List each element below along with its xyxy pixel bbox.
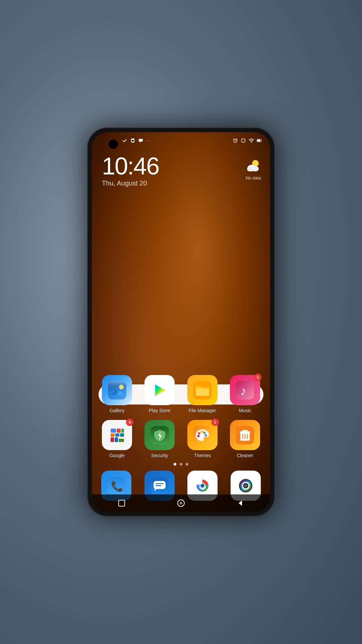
wifi-icon — [249, 138, 254, 143]
svg-point-38 — [198, 432, 200, 434]
security-icon — [144, 420, 175, 450]
filemanager-icon — [187, 375, 218, 405]
page-dot-2[interactable] — [180, 463, 182, 466]
music-icon: ♪ 1 — [230, 375, 260, 405]
svg-point-60 — [200, 484, 204, 488]
cleaner-icon — [230, 420, 260, 450]
clock-time: 10:46 — [102, 154, 159, 178]
gallery-label: Gallery — [110, 408, 124, 413]
music-label: Music — [239, 408, 251, 413]
recents-button[interactable] — [116, 497, 128, 509]
svg-rect-34 — [115, 437, 118, 442]
apps-grid: Gallery — [99, 375, 263, 465]
svg-point-6 — [251, 142, 252, 143]
phone-screen: ··· — [92, 132, 270, 512]
sim-icon — [130, 138, 135, 143]
google-badge: 9 — [126, 419, 133, 426]
app-item-themes[interactable]: 1 Themes — [184, 420, 221, 458]
more-dots-icon: ··· — [146, 138, 152, 143]
google-label: Google — [109, 453, 124, 458]
svg-rect-27 — [111, 429, 116, 433]
svg-rect-1 — [132, 140, 134, 142]
svg-rect-5 — [242, 139, 245, 142]
svg-point-41 — [205, 434, 207, 436]
svg-rect-2 — [139, 139, 143, 142]
svg-rect-29 — [121, 429, 124, 433]
svg-text:📞: 📞 — [111, 480, 124, 492]
weather-icon — [245, 157, 262, 175]
cleaner-label: Cleaner — [237, 453, 253, 458]
svg-rect-53 — [154, 481, 166, 489]
weather-widget[interactable]: No data — [245, 157, 262, 180]
status-left-icons: ··· — [122, 138, 152, 143]
themes-icon: 1 — [187, 420, 218, 450]
check-icon — [122, 138, 127, 143]
svg-rect-32 — [120, 433, 124, 437]
svg-point-40 — [203, 431, 206, 434]
status-bar: ··· — [92, 132, 270, 149]
music-badge: 1 — [254, 374, 261, 381]
svg-rect-30 — [111, 433, 115, 437]
back-button[interactable] — [234, 497, 246, 509]
apps-row-2: 9 Google — [99, 420, 263, 458]
svg-point-42 — [197, 435, 200, 437]
svg-point-39 — [201, 430, 203, 433]
clock-area: 10:46 Thu, August 20 — [102, 154, 159, 187]
playstore-icon — [144, 375, 175, 405]
gallery-icon — [102, 375, 132, 405]
svg-point-11 — [252, 166, 259, 171]
svg-rect-31 — [115, 433, 119, 437]
battery-icon — [257, 138, 262, 143]
svg-rect-21 — [108, 381, 126, 391]
svg-text:♪: ♪ — [240, 384, 246, 398]
app-item-security[interactable]: Security — [141, 420, 178, 458]
svg-rect-35 — [119, 439, 124, 442]
themes-label: Themes — [194, 453, 211, 458]
apps-row-1: Gallery — [99, 375, 263, 413]
page-dots — [92, 463, 270, 466]
page-dot-1[interactable] — [174, 463, 176, 466]
phone-shell: ··· — [87, 127, 275, 517]
svg-rect-33 — [111, 437, 114, 442]
svg-point-12 — [247, 167, 252, 171]
weather-no-data: No data — [246, 175, 261, 180]
svg-rect-66 — [119, 500, 125, 506]
app-item-music[interactable]: ♪ 1 Music — [227, 375, 263, 413]
navigation-bar — [92, 494, 270, 512]
clock-date: Thu, August 20 — [102, 179, 159, 187]
svg-rect-46 — [242, 430, 248, 432]
app-item-filemanager[interactable]: File Manager — [184, 375, 221, 413]
filemanager-label: File Manager — [189, 408, 216, 413]
svg-point-65 — [244, 484, 247, 487]
app-item-google[interactable]: 9 Google — [99, 420, 135, 458]
svg-marker-69 — [239, 500, 242, 506]
screen-rotate-icon — [241, 138, 246, 143]
camera-punch-hole — [109, 140, 118, 149]
app-item-gallery[interactable]: Gallery — [99, 375, 135, 413]
svg-rect-8 — [257, 140, 260, 142]
app-item-cleaner[interactable]: Cleaner — [227, 420, 263, 458]
themes-badge: 1 — [212, 419, 219, 426]
google-app-icon: 9 — [102, 420, 132, 450]
home-button[interactable] — [175, 497, 187, 509]
svg-rect-28 — [117, 429, 121, 433]
playstore-label: Play Store — [149, 408, 171, 413]
page-dot-3[interactable] — [186, 463, 188, 466]
alarm-icon — [233, 138, 238, 143]
message-icon — [138, 138, 143, 143]
svg-point-68 — [180, 502, 182, 504]
security-label: Security — [151, 453, 168, 458]
status-right-icons — [233, 138, 262, 143]
svg-marker-3 — [139, 142, 140, 143]
app-item-playstore[interactable]: Play Store — [141, 375, 178, 413]
